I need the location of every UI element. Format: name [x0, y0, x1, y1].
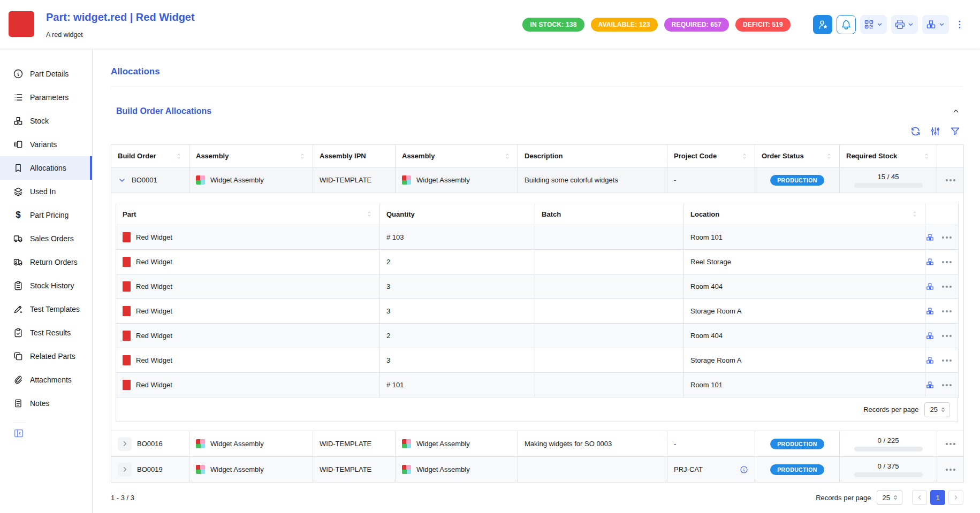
col-batch[interactable]: Batch — [535, 203, 684, 225]
allocation-row[interactable]: Red Widget 2 Reel Storage — [116, 250, 959, 274]
sidebar-item-part-details[interactable]: Part Details — [0, 62, 92, 86]
chevron-down-icon — [907, 20, 915, 28]
allocation-row[interactable]: Red Widget # 103 Room 101 — [116, 225, 959, 250]
part-thumbnail-icon — [123, 306, 131, 316]
table-row[interactable]: BO0001 Widget Assembly WID-TEMPLATE Widg… — [111, 167, 964, 193]
sidebar-item-part-pricing[interactable]: $ Part Pricing — [0, 203, 92, 227]
build-order-allocations-accordion[interactable]: Build Order Allocations — [111, 106, 963, 116]
assembly-thumbnail-icon — [196, 439, 205, 448]
filter-icon[interactable] — [949, 126, 961, 137]
table-row[interactable]: BO0019 Widget Assembly WID-TEMPLATE Widg… — [111, 457, 964, 483]
collapse-sidebar-button[interactable] — [13, 423, 26, 435]
bell-icon — [840, 19, 852, 30]
table-row[interactable]: BO0016 Widget Assembly WID-TEMPLATE Widg… — [111, 431, 964, 457]
more-actions-button[interactable] — [953, 18, 966, 31]
build-order-link[interactable]: BO0016 — [137, 440, 163, 448]
divider — [111, 87, 963, 87]
versions-icon — [13, 139, 24, 150]
row-menu-button[interactable] — [944, 443, 957, 445]
chevron-right-icon — [121, 440, 129, 448]
sidebar-item-attachments[interactable]: Attachments — [0, 368, 92, 392]
barcode-actions-button[interactable] — [860, 15, 887, 34]
allocation-row[interactable]: Red Widget 2 Room 404 — [116, 324, 959, 348]
copy-icon — [13, 351, 24, 362]
part-thumbnail[interactable] — [9, 11, 34, 37]
sidebar-item-test-results[interactable]: Test Results — [0, 321, 92, 344]
build-order-link[interactable]: BO0019 — [137, 465, 163, 473]
col-location[interactable]: Location — [684, 203, 925, 225]
page-size-select[interactable]: 25 — [924, 402, 950, 417]
expand-row-button[interactable] — [118, 463, 132, 477]
stock-item-icon[interactable] — [925, 356, 935, 365]
next-page-button[interactable] — [948, 490, 963, 505]
sidebar-item-return-orders[interactable]: Return Orders — [0, 250, 92, 274]
sidebar-item-label: Parameters — [30, 93, 69, 102]
row-menu-button[interactable] — [942, 384, 952, 386]
record-range: 1 - 3 / 3 — [111, 494, 134, 502]
stock-item-icon[interactable] — [925, 282, 935, 291]
build-order-link[interactable]: BO0001 — [132, 176, 157, 184]
sidebar-item-sales-orders[interactable]: Sales Orders — [0, 227, 92, 250]
col-quantity[interactable]: Quantity — [380, 203, 535, 225]
col-assembly[interactable]: Assembly — [189, 145, 313, 167]
stock-actions-button[interactable] — [922, 15, 949, 34]
refresh-icon[interactable] — [910, 126, 921, 137]
row-menu-button[interactable] — [942, 286, 952, 288]
allocation-row[interactable]: Red Widget 3 Storage Room A — [116, 348, 959, 373]
sidebar-item-allocations[interactable]: Allocations — [0, 156, 92, 180]
sidebar-item-label: Used In — [30, 187, 56, 196]
sidebar-item-notes[interactable]: Notes — [0, 392, 92, 415]
row-menu-button[interactable] — [942, 335, 952, 337]
row-menu-button[interactable] — [944, 469, 957, 471]
col-build-order[interactable]: Build Order — [111, 145, 189, 167]
sidebar-item-stock-history[interactable]: Stock History — [0, 274, 92, 297]
info-circle-icon[interactable] — [740, 465, 748, 474]
prev-page-button[interactable] — [912, 490, 927, 505]
col-description[interactable]: Description — [518, 145, 667, 167]
notifications-button[interactable] — [837, 15, 856, 34]
sidebar-item-used-in[interactable]: Used In — [0, 180, 92, 203]
allocation-row[interactable]: Red Widget # 101 Room 101 — [116, 373, 959, 397]
col-project-code[interactable]: Project Code — [667, 145, 755, 167]
adjustments-icon[interactable] — [930, 126, 941, 137]
row-menu-button[interactable] — [942, 359, 952, 362]
dots-vertical-icon — [954, 19, 965, 30]
chevron-down-icon[interactable] — [118, 176, 126, 185]
chevron-down-icon — [938, 20, 946, 28]
stock-item-icon[interactable] — [925, 307, 935, 316]
selector-icon — [940, 407, 946, 413]
expand-row-button[interactable] — [118, 437, 132, 451]
col-assembly-ipn[interactable]: Assembly IPN — [313, 145, 396, 167]
page-size-select[interactable]: 25 — [877, 490, 902, 505]
stock-item-icon[interactable] — [925, 233, 935, 242]
row-menu-button[interactable] — [942, 310, 952, 312]
assembly-thumbnail-icon — [402, 439, 411, 448]
stock-item-icon[interactable] — [925, 257, 935, 266]
col-required-stock[interactable]: Required Stock — [840, 145, 937, 167]
allocation-row[interactable]: Red Widget 3 Storage Room A — [116, 299, 959, 324]
row-menu-button[interactable] — [942, 261, 952, 263]
stock-item-icon[interactable] — [925, 331, 935, 340]
assembly-thumbnail-icon — [402, 175, 411, 185]
accordion-title: Build Order Allocations — [116, 106, 211, 116]
sidebar-item-variants[interactable]: Variants — [0, 133, 92, 156]
col-part[interactable]: Part — [116, 203, 380, 225]
allocation-row[interactable]: Red Widget 3 Room 404 — [116, 274, 959, 299]
list-icon — [13, 92, 24, 103]
sidebar-item-parameters[interactable]: Parameters — [0, 86, 92, 109]
sidebar-item-label: Part Details — [30, 70, 69, 78]
allocations-panel: Allocations Build Order Allocations — [93, 49, 980, 513]
row-menu-button[interactable] — [944, 179, 957, 181]
sidebar-item-test-templates[interactable]: Test Templates — [0, 297, 92, 321]
col-order-status[interactable]: Order Status — [755, 145, 840, 167]
starred-user-button[interactable] — [813, 15, 832, 34]
row-menu-button[interactable] — [942, 236, 952, 239]
print-actions-button[interactable] — [891, 15, 918, 34]
stock-item-icon[interactable] — [925, 380, 935, 389]
top-bar: Part: widget.red | Red Widget A red widg… — [0, 0, 980, 49]
page-1-button[interactable]: 1 — [930, 490, 945, 505]
col-assembly-2[interactable]: Assembly — [396, 145, 518, 167]
sidebar-item-related-parts[interactable]: Related Parts — [0, 344, 92, 368]
allocated-stock-table: Part Quantity Batch Location — [116, 203, 959, 397]
sidebar-item-stock[interactable]: Stock — [0, 109, 92, 133]
